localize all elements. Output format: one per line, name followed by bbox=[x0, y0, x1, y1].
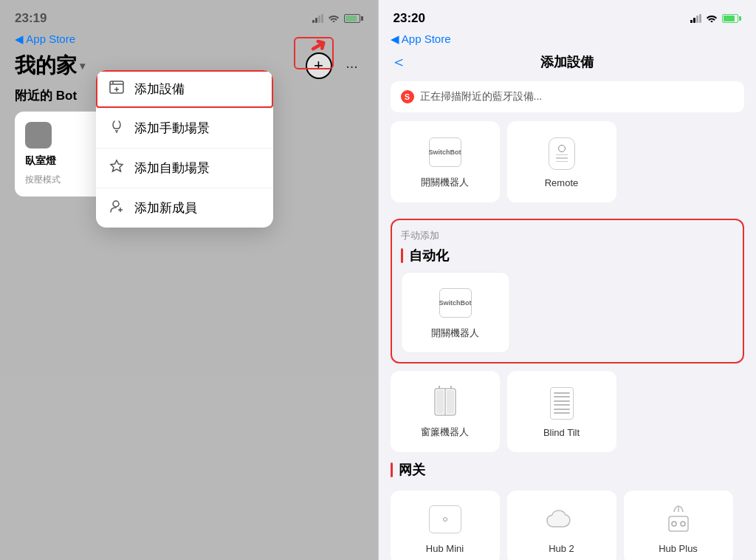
hub-mini-label: Hub Mini bbox=[426, 543, 464, 554]
right-battery-icon bbox=[722, 14, 741, 23]
hub-mini-icon bbox=[427, 502, 463, 537]
add-auto-scene-icon bbox=[109, 159, 124, 177]
gateway-devices-grid: Hub Mini Hub 2 Hub Plus bbox=[379, 485, 757, 560]
nearby-devices-grid: SwitchBot 開關機器人 Remote bbox=[379, 121, 757, 211]
add-device-label: 添加設備 bbox=[134, 81, 185, 98]
dropdown-item-add-auto-scene[interactable]: 添加自動場景 bbox=[96, 148, 273, 188]
bedroom-light-icon bbox=[25, 122, 52, 148]
add-button[interactable]: + bbox=[306, 52, 332, 79]
right-status-bar: 23:20 bbox=[379, 0, 757, 33]
right-panel: 23:20 ◀ App Store ＜ 添加設備 bbox=[379, 0, 757, 560]
hub-plus-icon bbox=[661, 502, 696, 537]
blind-tilt-label: Blind Tilt bbox=[543, 427, 580, 438]
right-app-store[interactable]: ◀ App Store bbox=[379, 33, 757, 49]
auto-device-curtain[interactable]: 窗簾機器人 bbox=[391, 371, 500, 452]
gateway-heading: 网关 bbox=[399, 461, 425, 479]
remote-nearby-label: Remote bbox=[545, 177, 579, 188]
hub2-icon bbox=[544, 502, 580, 537]
remote-nearby-icon bbox=[544, 136, 580, 171]
switchbot-nearby-label: 開關機器人 bbox=[421, 176, 469, 189]
gateway-heading-row: 网关 bbox=[391, 461, 745, 479]
right-status-icons bbox=[690, 13, 741, 24]
svg-point-19 bbox=[681, 522, 685, 526]
scanning-notice: S 正在掃描附近的藍牙設備... bbox=[391, 81, 745, 112]
svg-point-18 bbox=[672, 522, 676, 526]
auto-devices-extra: 窗簾機器人 Blind Tilt bbox=[379, 371, 757, 461]
right-signal-bars-icon bbox=[690, 14, 701, 23]
dropdown-item-add-member[interactable]: 添加新成員 bbox=[96, 188, 273, 228]
right-header: ＜ 添加設備 bbox=[379, 49, 757, 78]
curtain-robot-icon bbox=[427, 384, 463, 420]
hub-plus-label: Hub Plus bbox=[659, 543, 698, 554]
svg-marker-7 bbox=[111, 160, 123, 171]
header-buttons: + ··· bbox=[306, 52, 363, 79]
gateway-section: 网关 bbox=[379, 461, 757, 479]
hub2-label: Hub 2 bbox=[549, 543, 574, 554]
add-member-label: 添加新成員 bbox=[134, 199, 197, 216]
manual-add-section-box: 手动添加 自动化 SwitchBot 開關機器人 bbox=[391, 219, 745, 363]
auto-device-switchbot[interactable]: SwitchBot 開關機器人 bbox=[401, 272, 510, 353]
auto-switchbot-label: 開關機器人 bbox=[431, 327, 479, 340]
auto-device-blind-tilt[interactable]: Blind Tilt bbox=[507, 371, 616, 452]
gateway-red-bar bbox=[391, 462, 393, 477]
curtain-robot-label: 窗簾機器人 bbox=[421, 426, 469, 439]
auto-switchbot-icon: SwitchBot bbox=[438, 285, 473, 321]
svg-point-8 bbox=[113, 201, 119, 207]
home-dropdown-arrow: ▾ bbox=[80, 60, 85, 72]
auto-red-bar bbox=[401, 248, 403, 263]
left-app-store[interactable]: ◀ App Store bbox=[0, 33, 378, 49]
left-back-arrow: ◀ bbox=[15, 33, 24, 45]
blind-tilt-icon bbox=[544, 386, 580, 421]
dropdown-menu: 添加設備 添加手動場景 添加自動場景 bbox=[96, 70, 273, 228]
gateway-hub-mini[interactable]: Hub Mini bbox=[391, 491, 500, 560]
gateway-hub-plus[interactable]: Hub Plus bbox=[624, 491, 733, 560]
scanning-text: 正在掃描附近的藍牙設備... bbox=[420, 90, 543, 103]
switchbot-nearby-icon: SwitchBot bbox=[427, 134, 463, 170]
dropdown-item-add-device[interactable]: 添加設備 bbox=[96, 70, 273, 109]
left-panel: 23:19 ◀ App Store 我的家 ▾ bbox=[0, 0, 378, 560]
add-manual-scene-label: 添加手動場景 bbox=[134, 120, 210, 137]
right-time: 23:20 bbox=[394, 11, 425, 26]
auto-heading: 自动化 bbox=[409, 247, 449, 264]
auto-devices-grid: SwitchBot 開關機器人 bbox=[401, 264, 735, 353]
device-tile-remote[interactable]: Remote bbox=[507, 121, 616, 202]
home-title: 我的家 ▾ bbox=[15, 52, 85, 80]
back-btn[interactable]: ＜ bbox=[391, 51, 407, 73]
add-device-icon bbox=[109, 81, 124, 98]
scanning-icon: S bbox=[401, 90, 414, 103]
svg-rect-13 bbox=[436, 390, 444, 414]
add-member-icon bbox=[109, 199, 124, 217]
svg-rect-14 bbox=[447, 390, 454, 414]
right-wifi-icon bbox=[706, 13, 718, 24]
more-button[interactable]: ··· bbox=[341, 55, 363, 77]
dropdown-item-add-manual-scene[interactable]: 添加手動場景 bbox=[96, 109, 273, 148]
manual-add-label: 手动添加 bbox=[401, 229, 735, 242]
auto-heading-row: 自动化 bbox=[401, 247, 735, 264]
gateway-hub2[interactable]: Hub 2 bbox=[507, 491, 616, 560]
add-manual-scene-icon bbox=[109, 119, 124, 137]
add-auto-scene-label: 添加自動場景 bbox=[134, 160, 210, 177]
device-tile-switch-bot[interactable]: SwitchBot 開關機器人 bbox=[391, 121, 500, 202]
bedroom-light-name: 臥室燈 bbox=[25, 154, 93, 168]
device-card-bedroom-light[interactable]: 臥室燈 按壓模式 bbox=[15, 112, 103, 197]
bedroom-light-mode: 按壓模式 bbox=[25, 174, 93, 186]
right-page-title: 添加設備 bbox=[540, 53, 594, 71]
right-back-arrow-icon: ◀ bbox=[391, 33, 399, 45]
